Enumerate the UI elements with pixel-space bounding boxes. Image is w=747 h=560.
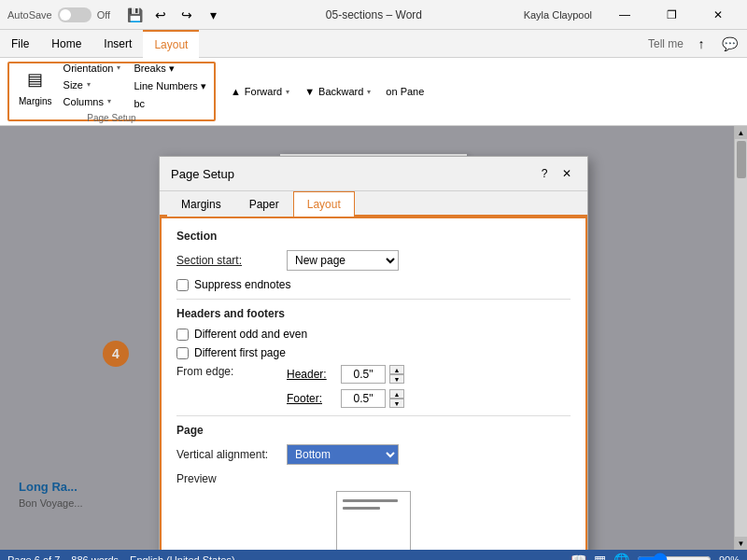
- vertical-alignment-row: Vertical alignment: Top Center Bottom Ju…: [176, 444, 571, 465]
- size-label: Size: [63, 79, 83, 91]
- from-edge-row: From edge: Header: ▲ ▼: [176, 365, 571, 408]
- size-arrow: ▾: [87, 80, 91, 89]
- dialog-body: Section Section start: New page Continuo…: [160, 217, 587, 550]
- vertical-alignment-select[interactable]: Top Center Bottom Justified: [287, 444, 399, 465]
- quick-access-toolbar: 💾 ↩ ↪ ▾: [123, 4, 224, 26]
- section-start-select[interactable]: New page Continuous Even page Odd page: [287, 250, 399, 271]
- headers-footers-title: Headers and footers: [176, 307, 571, 320]
- dialog-help-button[interactable]: ?: [535, 164, 554, 183]
- footer-spinner-btns: ▲ ▼: [389, 389, 404, 408]
- columns-button[interactable]: Columns ▾: [60, 94, 125, 109]
- page-info: Page 6 of 7: [7, 554, 60, 560]
- backward-label: ▼: [304, 86, 315, 97]
- ribbon: File Home Insert Layout Tell me ↑ 💬 ▤ Ma…: [0, 30, 747, 126]
- title-bar-left: AutoSave Off 💾 ↩ ↪ ▾: [7, 4, 224, 26]
- hyphenation-button[interactable]: bc: [130, 96, 210, 111]
- selection-pane-button[interactable]: on Pane: [382, 84, 428, 99]
- close-button[interactable]: ✕: [697, 0, 740, 30]
- section-start-row: Section start: New page Continuous Even …: [176, 250, 571, 271]
- redo-button[interactable]: ↪: [176, 4, 198, 26]
- tell-me-label: Tell me: [648, 37, 684, 50]
- columns-label: Columns: [63, 96, 104, 107]
- share-button[interactable]: ↑: [691, 34, 712, 54]
- breaks-button[interactable]: Breaks ▾: [130, 61, 210, 77]
- footer-label: Footer:: [287, 392, 333, 405]
- margins-label: Margins: [19, 96, 52, 106]
- section-divider-1: [176, 299, 571, 300]
- dialog-tab-margins[interactable]: Margins: [167, 191, 235, 217]
- header-spinner: ▲ ▼: [341, 365, 404, 384]
- section-start-label: Section start:: [176, 254, 279, 267]
- footer-spinner: ▲ ▼: [341, 389, 404, 408]
- header-increment-button[interactable]: ▲: [389, 365, 404, 374]
- ribbon-content: ▤ Margins Orientation ▾ Size ▾ Columns ▾: [0, 58, 747, 125]
- dialog-title-buttons: ? ✕: [535, 164, 576, 183]
- from-edge-label: From edge:: [176, 365, 279, 378]
- status-right: 📖 ▦ 🌐 90%: [571, 553, 740, 560]
- autosave-toggle[interactable]: [58, 7, 92, 22]
- word-count: 886 words: [71, 554, 119, 560]
- minimize-button[interactable]: —: [603, 0, 646, 30]
- customize-button[interactable]: ▾: [202, 4, 224, 26]
- header-input[interactable]: [341, 365, 386, 384]
- dialog-close-button[interactable]: ✕: [557, 164, 576, 183]
- section-title: Section: [176, 230, 571, 243]
- autosave-state: Off: [97, 9, 110, 21]
- page-setup-small-buttons: Orientation ▾ Size ▾ Columns ▾: [60, 61, 125, 109]
- line-numbers-button[interactable]: Line Numbers ▾: [130, 78, 210, 94]
- footer-input[interactable]: [341, 389, 386, 408]
- tab-file[interactable]: File: [0, 30, 40, 58]
- header-label: Header:: [287, 368, 333, 381]
- tab-layout[interactable]: Layout: [143, 30, 199, 58]
- modal-overlay: Page Setup ? ✕ Margins Paper Layout Sect…: [0, 126, 747, 550]
- language: English (United States): [130, 554, 235, 560]
- restore-button[interactable]: ❐: [650, 0, 693, 30]
- backward-button[interactable]: ▼ Backward ▾: [301, 84, 374, 99]
- ribbon-group-page-setup: ▤ Margins Orientation ▾ Size ▾ Columns ▾: [7, 62, 216, 121]
- preview-line-1: [343, 499, 398, 502]
- dialog-tab-layout[interactable]: Layout: [293, 191, 355, 217]
- preview-line-2: [343, 507, 380, 510]
- save-button[interactable]: 💾: [123, 4, 146, 26]
- ribbon-tabs: File Home Insert Layout Tell me ↑ 💬: [0, 30, 747, 58]
- tab-home[interactable]: Home: [40, 30, 92, 58]
- dialog-title: Page Setup: [171, 167, 234, 181]
- zoom-level: 90%: [719, 554, 740, 560]
- user-name: Kayla Claypool: [524, 9, 592, 21]
- page-setup-dialog: Page Setup ? ✕ Margins Paper Layout Sect…: [159, 156, 588, 550]
- different-odd-even-row: Different odd and even: [176, 328, 571, 341]
- size-button[interactable]: Size ▾: [60, 77, 125, 92]
- header-footer-spinners: Header: ▲ ▼ Footer:: [287, 365, 404, 408]
- different-odd-even-checkbox[interactable]: [176, 329, 189, 341]
- view-web-button[interactable]: 🌐: [613, 553, 629, 560]
- tab-insert[interactable]: Insert: [92, 30, 143, 58]
- zoom-slider[interactable]: [637, 553, 712, 560]
- orientation-button[interactable]: Orientation ▾: [60, 61, 125, 76]
- orientation-label: Orientation: [63, 63, 114, 74]
- preview-label: Preview: [176, 472, 571, 485]
- window-title: 05-sections – Word: [224, 8, 523, 21]
- forward-button[interactable]: ▲ Forward ▾: [227, 84, 293, 99]
- forward-label: ▲: [231, 86, 241, 97]
- status-bar: Page 6 of 7 886 words English (United St…: [0, 550, 747, 560]
- vertical-alignment-label: Vertical alignment:: [176, 448, 279, 461]
- view-layout-button[interactable]: ▦: [594, 553, 606, 560]
- footer-increment-button[interactable]: ▲: [389, 389, 404, 399]
- view-read-button[interactable]: 📖: [571, 553, 586, 560]
- margins-button[interactable]: ▤ Margins: [13, 61, 58, 110]
- dialog-tab-paper[interactable]: Paper: [235, 191, 293, 217]
- ribbon-right-area: Tell me ↑ 💬: [648, 30, 747, 57]
- footer-decrement-button[interactable]: ▼: [389, 399, 404, 408]
- comment-button[interactable]: 💬: [719, 34, 740, 54]
- header-spinner-btns: ▲ ▼: [389, 365, 404, 384]
- columns-arrow: ▾: [107, 97, 111, 105]
- autosave-knob: [60, 9, 71, 21]
- title-bar: AutoSave Off 💾 ↩ ↪ ▾ 05-sections – Word …: [0, 0, 747, 30]
- different-first-page-checkbox[interactable]: [176, 347, 189, 359]
- different-first-page-label: Different first page: [194, 346, 286, 359]
- undo-button[interactable]: ↩: [149, 4, 172, 26]
- suppress-endnotes-checkbox[interactable]: [176, 279, 189, 291]
- header-decrement-button[interactable]: ▼: [389, 374, 404, 384]
- arrange-area: ▲ Forward ▾ ▼ Backward ▾ on Pane: [227, 84, 428, 99]
- suppress-endnotes-row: Suppress endnotes: [176, 278, 571, 291]
